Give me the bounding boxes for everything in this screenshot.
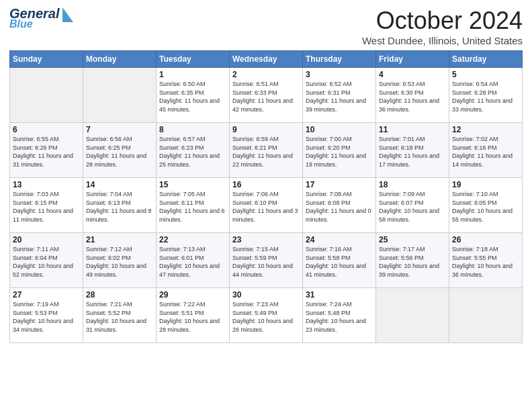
calendar-cell: 18Sunrise: 7:09 AM Sunset: 6:07 PM Dayli… — [376, 178, 449, 233]
day-info: Sunrise: 7:03 AM Sunset: 6:15 PM Dayligh… — [13, 190, 80, 224]
day-info: Sunrise: 7:05 AM Sunset: 6:11 PM Dayligh… — [159, 190, 226, 224]
calendar-cell: 1Sunrise: 6:50 AM Sunset: 6:35 PM Daylig… — [157, 68, 230, 123]
calendar-cell: 29Sunrise: 7:22 AM Sunset: 5:51 PM Dayli… — [157, 288, 230, 343]
day-number: 26 — [452, 235, 519, 244]
day-number: 31 — [306, 290, 373, 300]
calendar-cell: 17Sunrise: 7:08 AM Sunset: 6:08 PM Dayli… — [303, 178, 376, 233]
day-number: 12 — [452, 125, 519, 134]
calendar-cell: 7Sunrise: 6:56 AM Sunset: 6:25 PM Daylig… — [83, 123, 157, 178]
weekday-header-wednesday: Wednesday — [230, 51, 303, 68]
day-info: Sunrise: 7:13 AM Sunset: 6:01 PM Dayligh… — [159, 245, 226, 279]
weekday-header-saturday: Saturday — [449, 51, 523, 68]
day-number: 27 — [13, 290, 80, 300]
day-number: 5 — [452, 70, 519, 79]
title-block: October 2024 West Dundee, Illinois, Unit… — [362, 7, 523, 46]
day-info: Sunrise: 7:12 AM Sunset: 6:02 PM Dayligh… — [86, 245, 153, 279]
calendar-cell: 31Sunrise: 7:24 AM Sunset: 5:48 PM Dayli… — [303, 288, 376, 343]
header: General Blue October 2024 West Dundee, I… — [9, 7, 523, 46]
calendar-cell: 19Sunrise: 7:10 AM Sunset: 6:05 PM Dayli… — [449, 178, 523, 233]
day-number: 24 — [306, 235, 373, 244]
day-number: 1 — [159, 70, 226, 79]
day-info: Sunrise: 6:54 AM Sunset: 6:28 PM Dayligh… — [452, 80, 519, 113]
day-info: Sunrise: 7:06 AM Sunset: 6:10 PM Dayligh… — [232, 190, 300, 224]
day-info: Sunrise: 7:15 AM Sunset: 5:59 PM Dayligh… — [232, 245, 300, 279]
week-row-2: 6Sunrise: 6:55 AM Sunset: 6:26 PM Daylig… — [10, 123, 523, 178]
day-info: Sunrise: 7:18 AM Sunset: 5:55 PM Dayligh… — [452, 245, 519, 279]
day-info: Sunrise: 7:22 AM Sunset: 5:51 PM Dayligh… — [159, 300, 226, 334]
day-number: 17 — [306, 180, 373, 189]
calendar-cell: 25Sunrise: 7:17 AM Sunset: 5:56 PM Dayli… — [376, 233, 449, 288]
day-info: Sunrise: 6:55 AM Sunset: 6:26 PM Dayligh… — [13, 135, 80, 169]
day-info: Sunrise: 7:10 AM Sunset: 6:05 PM Dayligh… — [452, 190, 519, 224]
day-info: Sunrise: 7:02 AM Sunset: 6:16 PM Dayligh… — [452, 135, 519, 169]
logo-triangle-icon — [62, 7, 73, 22]
calendar-cell: 28Sunrise: 7:21 AM Sunset: 5:52 PM Dayli… — [83, 288, 157, 343]
weekday-header-sunday: Sunday — [10, 51, 83, 68]
day-number: 29 — [159, 290, 226, 300]
calendar-cell: 13Sunrise: 7:03 AM Sunset: 6:15 PM Dayli… — [10, 178, 83, 233]
day-number: 11 — [379, 125, 446, 134]
day-number: 21 — [86, 235, 153, 244]
calendar-cell: 15Sunrise: 7:05 AM Sunset: 6:11 PM Dayli… — [157, 178, 230, 233]
week-row-4: 20Sunrise: 7:11 AM Sunset: 6:04 PM Dayli… — [10, 233, 523, 288]
calendar-table: SundayMondayTuesdayWednesdayThursdayFrid… — [9, 50, 523, 343]
day-number: 20 — [13, 235, 80, 244]
day-info: Sunrise: 7:19 AM Sunset: 5:53 PM Dayligh… — [13, 300, 80, 334]
calendar-cell: 24Sunrise: 7:16 AM Sunset: 5:58 PM Dayli… — [303, 233, 376, 288]
day-info: Sunrise: 6:53 AM Sunset: 6:30 PM Dayligh… — [379, 80, 446, 113]
week-row-5: 27Sunrise: 7:19 AM Sunset: 5:53 PM Dayli… — [10, 288, 523, 343]
week-row-3: 13Sunrise: 7:03 AM Sunset: 6:15 PM Dayli… — [10, 178, 523, 233]
day-info: Sunrise: 7:17 AM Sunset: 5:56 PM Dayligh… — [379, 245, 446, 279]
calendar-cell — [83, 68, 157, 123]
calendar-cell: 22Sunrise: 7:13 AM Sunset: 6:01 PM Dayli… — [157, 233, 230, 288]
day-number: 25 — [379, 235, 446, 244]
calendar-cell: 23Sunrise: 7:15 AM Sunset: 5:59 PM Dayli… — [230, 233, 303, 288]
day-info: Sunrise: 6:51 AM Sunset: 6:33 PM Dayligh… — [232, 80, 300, 113]
day-number: 30 — [232, 290, 300, 300]
day-info: Sunrise: 7:08 AM Sunset: 6:08 PM Dayligh… — [306, 190, 373, 224]
day-number: 13 — [13, 180, 80, 189]
day-number: 10 — [306, 125, 373, 134]
calendar-cell: 21Sunrise: 7:12 AM Sunset: 6:02 PM Dayli… — [83, 233, 157, 288]
calendar-cell: 12Sunrise: 7:02 AM Sunset: 6:16 PM Dayli… — [449, 123, 523, 178]
logo: General Blue — [9, 7, 73, 30]
main-container: General Blue October 2024 West Dundee, I… — [0, 0, 532, 347]
location: West Dundee, Illinois, United States — [362, 35, 523, 46]
day-number: 23 — [232, 235, 300, 244]
day-number: 16 — [232, 180, 300, 189]
day-info: Sunrise: 7:21 AM Sunset: 5:52 PM Dayligh… — [86, 300, 153, 334]
day-number: 3 — [306, 70, 373, 79]
calendar-cell: 27Sunrise: 7:19 AM Sunset: 5:53 PM Dayli… — [10, 288, 83, 343]
day-number: 18 — [379, 180, 446, 189]
day-number: 22 — [159, 235, 226, 244]
calendar-cell: 11Sunrise: 7:01 AM Sunset: 6:18 PM Dayli… — [376, 123, 449, 178]
day-number: 4 — [379, 70, 446, 79]
day-number: 6 — [13, 125, 80, 134]
day-number: 2 — [232, 70, 300, 79]
weekday-header-tuesday: Tuesday — [157, 51, 230, 68]
weekday-header-row: SundayMondayTuesdayWednesdayThursdayFrid… — [10, 51, 523, 68]
day-info: Sunrise: 7:04 AM Sunset: 6:13 PM Dayligh… — [86, 190, 153, 224]
month-title: October 2024 — [362, 7, 523, 35]
day-number: 9 — [232, 125, 300, 134]
calendar-cell: 5Sunrise: 6:54 AM Sunset: 6:28 PM Daylig… — [449, 68, 523, 123]
day-number: 15 — [159, 180, 226, 189]
calendar-cell: 3Sunrise: 6:52 AM Sunset: 6:31 PM Daylig… — [303, 68, 376, 123]
day-info: Sunrise: 7:09 AM Sunset: 6:07 PM Dayligh… — [379, 190, 446, 224]
day-info: Sunrise: 7:23 AM Sunset: 5:49 PM Dayligh… — [232, 300, 300, 334]
calendar-cell: 9Sunrise: 6:59 AM Sunset: 6:21 PM Daylig… — [230, 123, 303, 178]
calendar-cell — [10, 68, 83, 123]
day-info: Sunrise: 7:11 AM Sunset: 6:04 PM Dayligh… — [13, 245, 80, 279]
weekday-header-monday: Monday — [83, 51, 157, 68]
day-number: 8 — [159, 125, 226, 134]
calendar-cell: 14Sunrise: 7:04 AM Sunset: 6:13 PM Dayli… — [83, 178, 157, 233]
day-info: Sunrise: 6:52 AM Sunset: 6:31 PM Dayligh… — [306, 80, 373, 113]
day-number: 7 — [86, 125, 153, 134]
week-row-1: 1Sunrise: 6:50 AM Sunset: 6:35 PM Daylig… — [10, 68, 523, 123]
calendar-cell: 8Sunrise: 6:57 AM Sunset: 6:23 PM Daylig… — [157, 123, 230, 178]
day-info: Sunrise: 7:00 AM Sunset: 6:20 PM Dayligh… — [306, 135, 373, 169]
logo-blue: Blue — [9, 19, 59, 30]
weekday-header-thursday: Thursday — [303, 51, 376, 68]
calendar-cell: 20Sunrise: 7:11 AM Sunset: 6:04 PM Dayli… — [10, 233, 83, 288]
day-info: Sunrise: 6:57 AM Sunset: 6:23 PM Dayligh… — [159, 135, 226, 169]
